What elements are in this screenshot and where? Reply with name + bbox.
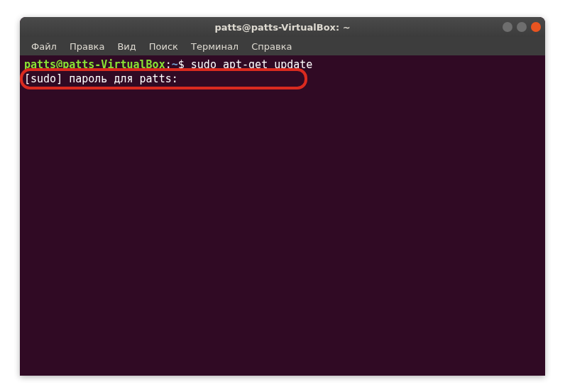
- close-button[interactable]: [531, 22, 541, 32]
- prompt-line: patts@patts-VirtualBox:~$ sudo apt-get u…: [24, 58, 541, 72]
- menu-file[interactable]: Файл: [26, 39, 62, 54]
- prompt-dollar: $: [178, 58, 185, 71]
- window-controls: [503, 22, 541, 32]
- menu-view[interactable]: Вид: [111, 39, 141, 54]
- window-title: patts@patts-VirtualBox: ~: [214, 22, 350, 33]
- prompt-user: patts@patts-VirtualBox: [24, 58, 165, 71]
- prompt-colon: :: [165, 58, 172, 71]
- titlebar[interactable]: patts@patts-VirtualBox: ~: [20, 17, 545, 37]
- menu-help[interactable]: Справка: [246, 39, 297, 54]
- menu-terminal[interactable]: Терминал: [185, 39, 244, 54]
- terminal-body[interactable]: patts@patts-VirtualBox:~$ sudo apt-get u…: [20, 55, 545, 376]
- menu-edit[interactable]: Правка: [64, 39, 110, 54]
- maximize-button[interactable]: [517, 22, 527, 32]
- command-text: sudo apt-get update: [185, 58, 313, 71]
- output-line: [sudo] пароль для patts:: [24, 72, 541, 87]
- menubar: Файл Правка Вид Поиск Терминал Справка: [20, 37, 545, 55]
- sudo-password-prompt: [sudo] пароль для patts:: [24, 72, 185, 85]
- menu-search[interactable]: Поиск: [143, 39, 184, 54]
- terminal-window: patts@patts-VirtualBox: ~ Файл Правка Ви…: [20, 17, 545, 376]
- minimize-button[interactable]: [503, 22, 512, 32]
- prompt-path: ~: [172, 58, 178, 71]
